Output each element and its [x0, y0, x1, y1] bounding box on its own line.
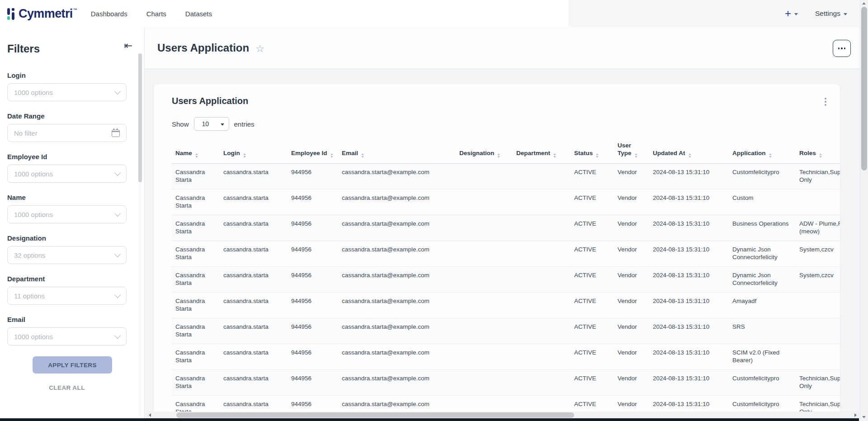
- nav-item-charts[interactable]: Charts: [146, 10, 166, 18]
- cell-email: cassandra.starta@example.com: [338, 344, 456, 370]
- date-range-filter-input[interactable]: No filter: [7, 124, 127, 142]
- sort-icon: [769, 153, 772, 158]
- table-row: Cassandra Startacassandra.starta944956ca…: [172, 267, 840, 293]
- nav-item-datasets[interactable]: Datasets: [185, 10, 212, 18]
- cell-email: cassandra.starta@example.com: [338, 164, 456, 189]
- chevron-down-icon: [114, 251, 121, 257]
- column-header-application[interactable]: Application: [729, 137, 796, 164]
- sort-icon: [497, 153, 500, 158]
- filter-placeholder: 1000 options: [14, 170, 53, 178]
- cymmetri-logo-icon: [7, 7, 17, 21]
- main-area: Users Application ☆ Users Application Sh…: [145, 27, 860, 421]
- filter-group-employee-id: Employee Id1000 options: [7, 153, 127, 183]
- column-header-employee-id[interactable]: Employee Id: [288, 137, 338, 164]
- employee-id-filter-select[interactable]: 1000 options: [7, 165, 127, 183]
- column-header-updated-at[interactable]: Updated At: [649, 137, 729, 164]
- filter-label: Name: [7, 194, 127, 201]
- page-size-select[interactable]: 10: [194, 117, 229, 131]
- content-area: Users Application Show 10 entries NameLo…: [145, 70, 860, 421]
- scroll-left-arrow-icon[interactable]: [149, 413, 151, 417]
- horizontal-scrollbar-thumb[interactable]: [176, 412, 574, 418]
- column-header-status[interactable]: Status: [571, 137, 614, 164]
- cell-department: [513, 164, 571, 189]
- sidebar-scrollbar[interactable]: [138, 53, 142, 417]
- filter-placeholder: 1000 options: [14, 333, 53, 341]
- cell-updated-at: 2024-08-13 15:31:10: [649, 293, 729, 318]
- cell-status: ACTIVE: [571, 241, 614, 267]
- cell-status: ACTIVE: [571, 318, 614, 344]
- apply-filters-button[interactable]: APPLY FILTERS: [33, 356, 112, 374]
- chevron-down-icon: [114, 332, 121, 339]
- name-filter-select[interactable]: 1000 options: [7, 205, 127, 223]
- horizontal-scrollbar[interactable]: [146, 412, 859, 419]
- cell-employee-id: 944956: [288, 370, 338, 396]
- table-row: Cassandra Startacassandra.starta944956ca…: [172, 164, 840, 189]
- scroll-right-arrow-icon[interactable]: [854, 413, 857, 417]
- cell-login: cassandra.starta: [220, 370, 288, 396]
- collapse-sidebar-icon[interactable]: ⇤: [124, 41, 132, 51]
- favorite-star-icon[interactable]: ☆: [255, 43, 264, 54]
- kebab-menu-icon[interactable]: [825, 98, 826, 106]
- column-header-department[interactable]: Department: [513, 137, 571, 164]
- table-head: NameLoginEmployee IdEmailDesignationDepa…: [172, 137, 840, 164]
- column-header-email[interactable]: Email: [338, 137, 456, 164]
- cell-user-type: Vendor: [614, 318, 649, 344]
- scroll-down-arrow-icon[interactable]: [862, 416, 866, 418]
- column-header-user-type[interactable]: User Type: [614, 137, 649, 164]
- brand-logo[interactable]: Cymmetri ™: [7, 6, 77, 21]
- filter-label: Designation: [7, 234, 127, 242]
- filter-placeholder: No filter: [14, 129, 38, 137]
- department-filter-select[interactable]: 11 options: [7, 287, 127, 305]
- cell-status: ACTIVE: [571, 267, 614, 293]
- cell-application: Amayadf: [729, 293, 796, 318]
- cell-name: Cassandra Starta: [172, 267, 220, 293]
- chevron-down-icon: [114, 170, 121, 176]
- filter-label: Login: [7, 71, 127, 79]
- sort-icon: [553, 153, 556, 158]
- cell-designation: [456, 189, 513, 215]
- filter-label: Department: [7, 275, 127, 283]
- cell-name: Cassandra Starta: [172, 370, 220, 396]
- cell-employee-id: 944956: [288, 267, 338, 293]
- settings-menu-button[interactable]: Settings: [815, 9, 847, 18]
- sort-icon: [243, 153, 246, 158]
- settings-label: Settings: [815, 9, 840, 18]
- cell-application: Customfelicitypro: [729, 164, 796, 189]
- cell-user-type: Vendor: [614, 241, 649, 267]
- chevron-down-icon: [114, 88, 121, 95]
- filter-list: Login1000 optionsDate RangeNo filterEmpl…: [7, 71, 144, 345]
- sort-icon: [689, 153, 691, 158]
- sidebar-scrollbar-thumb[interactable]: [138, 53, 142, 182]
- cell-status: ACTIVE: [571, 293, 614, 318]
- plus-icon: +: [785, 8, 791, 19]
- cell-application: SRS: [729, 318, 796, 344]
- scroll-up-arrow-icon[interactable]: [862, 2, 866, 5]
- more-options-button[interactable]: [833, 40, 851, 57]
- column-header-designation[interactable]: Designation: [456, 137, 513, 164]
- nav-item-dashboards[interactable]: Dashboards: [91, 10, 127, 18]
- cell-status: ACTIVE: [571, 189, 614, 215]
- column-header-name[interactable]: Name: [172, 137, 220, 164]
- add-menu-button[interactable]: +: [785, 8, 798, 19]
- filter-placeholder: 1000 options: [14, 211, 53, 218]
- cell-employee-id: 944956: [288, 215, 338, 241]
- cell-login: cassandra.starta: [220, 189, 288, 215]
- column-header-roles[interactable]: Roles: [796, 137, 840, 164]
- table-row: Cassandra Startacassandra.starta944956ca…: [172, 241, 840, 267]
- cell-roles: [796, 318, 840, 344]
- cell-designation: [456, 293, 513, 318]
- filter-group-email: Email1000 options: [7, 316, 127, 345]
- brand-name: Cymmetri: [19, 6, 73, 21]
- vertical-scrollbar-thumb[interactable]: [861, 7, 867, 170]
- email-filter-select[interactable]: 1000 options: [7, 327, 127, 345]
- clear-all-button[interactable]: CLEAR ALL: [7, 384, 127, 391]
- cell-roles: [796, 344, 840, 370]
- ellipsis-icon: [838, 47, 840, 49]
- calendar-icon: [112, 130, 120, 137]
- cell-employee-id: 944956: [288, 318, 338, 344]
- designation-filter-select[interactable]: 32 options: [7, 246, 127, 264]
- column-header-login[interactable]: Login: [220, 137, 288, 164]
- cell-designation: [456, 344, 513, 370]
- vertical-scrollbar[interactable]: [860, 0, 868, 421]
- login-filter-select[interactable]: 1000 options: [7, 83, 127, 101]
